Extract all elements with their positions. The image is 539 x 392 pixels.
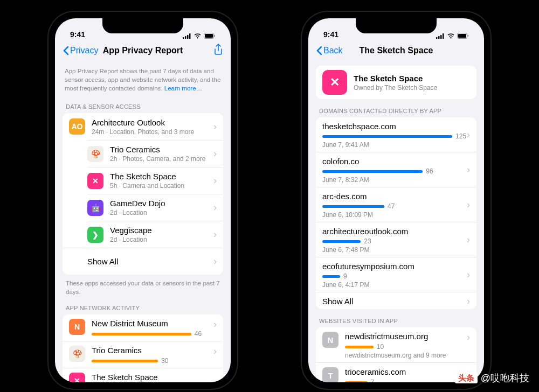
back-button[interactable]: Privacy	[63, 46, 98, 55]
screen: 9:41 Privacy App Privacy Report	[55, 18, 231, 382]
signal-icon	[183, 33, 191, 39]
app-detail: 5h · Camera and Location	[110, 182, 210, 190]
app-detail: 2d · Location	[110, 236, 210, 243]
contact-time: June 6, 4:17 PM	[322, 281, 470, 289]
app-row[interactable]: 🤖 GameDev Dojo2d · Location ›	[87, 194, 223, 221]
app-name: Trio Ceramics	[92, 346, 210, 355]
scroll-content[interactable]: ✕ The Sketch Space Owned by The Sketch S…	[308, 61, 484, 382]
websites-card: N newdistrictmuseum.org 10 newdistrictmu…	[316, 327, 476, 382]
domain-row[interactable]: arc-des.com 47 June 6, 10:09 PM ›	[316, 187, 476, 222]
phone-right: 9:41 Back The Sketch Space ✕	[302, 12, 490, 389]
back-button[interactable]: Back	[316, 46, 343, 55]
website-bar	[345, 381, 368, 383]
data-access-card: AO Architecture Outlook24m · Location, P…	[63, 113, 223, 275]
app-name: The Sketch Space	[110, 172, 210, 181]
domain-name: colofon.co	[322, 157, 470, 166]
app-name: The Sketch Space	[354, 74, 470, 83]
website-row[interactable]: T trioceramics.com 7 trioceramics.com an…	[316, 362, 476, 382]
section-header-domains: DOMAINS CONTACTED DIRECTLY BY APP	[316, 99, 476, 117]
website-domain: newdistrictmuseum.org	[345, 332, 464, 341]
watermark: 头条 @哎咆科技	[455, 372, 529, 384]
website-domain: trioceramics.com	[345, 367, 470, 377]
section-footer: These apps accessed your data or sensors…	[63, 275, 223, 296]
app-header-card: ✕ The Sketch Space Owned by The Sketch S…	[316, 66, 476, 99]
svg-rect-8	[438, 36, 440, 39]
chevron-right-icon: ›	[213, 148, 217, 159]
contact-count: 23	[364, 237, 371, 245]
contact-bar	[322, 135, 452, 138]
app-detail: 2d · Location	[110, 209, 210, 216]
app-row[interactable]: ❯ Veggiscape2d · Location ›	[87, 221, 223, 248]
chevron-right-icon: ›	[213, 319, 217, 330]
svg-rect-6	[215, 35, 216, 37]
domains-card: thesketchspace.com 125 June 7, 9:41 AM ›…	[316, 117, 476, 309]
network-row[interactable]: ✕ The Sketch Space 25	[63, 368, 223, 382]
svg-rect-1	[185, 36, 186, 39]
chevron-right-icon: ›	[467, 164, 470, 176]
app-name: Trio Ceramics	[110, 145, 210, 155]
app-icon: ✕	[87, 173, 103, 189]
section-header-data-access: DATA & SENSOR ACCESS	[63, 95, 223, 113]
nav-bar: Privacy App Privacy Report	[55, 40, 231, 61]
website-row[interactable]: N newdistrictmuseum.org 10 newdistrictmu…	[316, 327, 476, 362]
website-count: 10	[377, 343, 384, 351]
chevron-left-icon	[63, 46, 69, 55]
chevron-right-icon: ›	[213, 256, 217, 267]
svg-rect-2	[187, 35, 189, 39]
show-all-button[interactable]: Show All ›	[316, 292, 476, 309]
domain-name: ecofuturesymposium.com	[322, 262, 470, 271]
app-detail: 2h · Photos, Camera, and 2 more	[110, 155, 210, 163]
network-row[interactable]: 🍄 Trio Ceramics 30 ›	[63, 341, 223, 368]
activity-count: 46	[195, 330, 202, 338]
activity-bar	[92, 360, 158, 362]
notch	[102, 18, 183, 33]
learn-more-link[interactable]: Learn more…	[164, 85, 202, 92]
app-row[interactable]: 🍄 Trio Ceramics2h · Photos, Camera, and …	[87, 140, 223, 167]
app-owner: Owned by The Sketch Space	[354, 84, 470, 92]
website-icon: N	[322, 332, 338, 348]
contact-count: 125	[455, 132, 466, 140]
contact-bar	[322, 240, 361, 243]
app-header-row: ✕ The Sketch Space Owned by The Sketch S…	[316, 66, 476, 99]
chevron-right-icon: ›	[467, 234, 470, 246]
signal-icon	[436, 33, 445, 39]
status-time: 9:41	[70, 30, 85, 39]
domain-name: thesketchspace.com	[322, 122, 470, 131]
app-name: Architecture Outlook	[92, 118, 210, 128]
domain-row[interactable]: architectureoutlook.com 23 June 6, 7:48 …	[316, 222, 476, 257]
network-row[interactable]: N New District Museum 46 ›	[63, 314, 223, 341]
phone-left: 9:41 Privacy App Privacy Report	[49, 12, 237, 389]
app-icon: 🍄	[87, 146, 103, 162]
app-row[interactable]: ✕ The Sketch Space5h · Camera and Locati…	[87, 167, 223, 194]
app-name: GameDev Dojo	[110, 199, 210, 208]
app-name: Veggiscape	[110, 226, 210, 235]
section-header-websites: WEBSITES VISITED IN APP	[316, 309, 476, 327]
chevron-right-icon: ›	[213, 202, 217, 213]
svg-rect-0	[183, 37, 184, 39]
app-detail: 24m · Location, Photos, and 3 more	[92, 128, 210, 136]
back-label: Privacy	[70, 46, 98, 55]
section-header-network: APP NETWORK ACTIVITY	[63, 296, 223, 314]
domain-row[interactable]: colofon.co 96 June 7, 8:32 AM ›	[316, 152, 476, 187]
contact-time: June 7, 8:32 AM	[322, 176, 470, 184]
back-label: Back	[323, 46, 343, 55]
share-button[interactable]	[213, 44, 223, 58]
contact-time: June 6, 10:09 PM	[322, 211, 470, 219]
svg-rect-10	[443, 33, 444, 39]
website-detail: newdistrictmuseum.org and 9 more	[345, 352, 464, 359]
contact-time: June 7, 9:41 AM	[322, 141, 470, 149]
contact-count: 47	[388, 202, 395, 210]
chevron-left-icon	[316, 46, 322, 55]
watermark-badge: 头条	[455, 373, 478, 383]
scroll-content[interactable]: App Privacy Report shows the past 7 days…	[55, 61, 231, 382]
status-time: 9:41	[323, 30, 338, 39]
chevron-right-icon: ›	[213, 175, 217, 186]
show-all-button[interactable]: Show All ›	[63, 248, 223, 275]
contact-bar	[322, 205, 384, 208]
activity-count: 30	[161, 357, 168, 365]
domain-row[interactable]: thesketchspace.com 125 June 7, 9:41 AM ›	[316, 117, 476, 152]
domain-row[interactable]: ecofuturesymposium.com 9 June 6, 4:17 PM…	[316, 257, 476, 292]
domain-name: arc-des.com	[322, 192, 470, 201]
app-row[interactable]: AO Architecture Outlook24m · Location, P…	[63, 113, 223, 140]
app-icon: ❯	[87, 227, 103, 243]
